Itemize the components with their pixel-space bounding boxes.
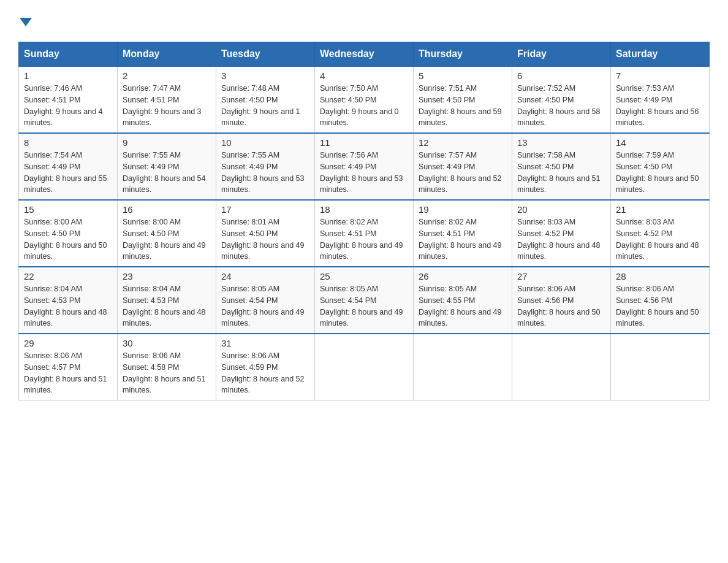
day-number: 16 <box>123 204 211 215</box>
calendar-cell: 8 Sunrise: 7:54 AM Sunset: 4:49 PM Dayli… <box>19 133 118 200</box>
calendar-cell: 14 Sunrise: 7:59 AM Sunset: 4:50 PM Dayl… <box>611 133 710 200</box>
day-number: 27 <box>517 271 605 282</box>
calendar-cell: 1 Sunrise: 7:46 AM Sunset: 4:51 PM Dayli… <box>19 66 118 133</box>
day-info: Sunrise: 8:06 AM Sunset: 4:59 PM Dayligh… <box>221 350 309 396</box>
day-info: Sunrise: 7:47 AM Sunset: 4:51 PM Dayligh… <box>123 83 211 129</box>
day-number: 9 <box>123 137 211 148</box>
calendar-cell: 12 Sunrise: 7:57 AM Sunset: 4:49 PM Dayl… <box>414 133 512 200</box>
calendar-cell: 16 Sunrise: 8:00 AM Sunset: 4:50 PM Dayl… <box>118 200 216 267</box>
calendar-cell: 27 Sunrise: 8:06 AM Sunset: 4:56 PM Dayl… <box>512 267 611 334</box>
day-number: 4 <box>320 71 408 81</box>
day-number: 12 <box>419 137 507 148</box>
day-number: 29 <box>24 338 112 348</box>
day-info: Sunrise: 8:04 AM Sunset: 4:53 PM Dayligh… <box>123 283 211 329</box>
logo-triangle-icon <box>20 18 32 26</box>
day-info: Sunrise: 8:03 AM Sunset: 4:52 PM Dayligh… <box>616 216 704 262</box>
day-info: Sunrise: 8:06 AM Sunset: 4:56 PM Dayligh… <box>616 283 704 329</box>
calendar-cell <box>512 334 611 400</box>
week-row-3: 15 Sunrise: 8:00 AM Sunset: 4:50 PM Dayl… <box>19 200 710 267</box>
day-number: 26 <box>419 271 507 282</box>
calendar-cell: 10 Sunrise: 7:55 AM Sunset: 4:49 PM Dayl… <box>216 133 315 200</box>
day-info: Sunrise: 7:55 AM Sunset: 4:49 PM Dayligh… <box>221 150 309 196</box>
day-info: Sunrise: 8:01 AM Sunset: 4:50 PM Dayligh… <box>221 216 309 262</box>
day-number: 3 <box>221 71 309 81</box>
col-saturday: Saturday <box>611 42 710 67</box>
calendar-header-row: Sunday Monday Tuesday Wednesday Thursday… <box>19 42 710 67</box>
week-row-2: 8 Sunrise: 7:54 AM Sunset: 4:49 PM Dayli… <box>19 133 710 200</box>
day-info: Sunrise: 7:57 AM Sunset: 4:49 PM Dayligh… <box>419 150 507 196</box>
day-info: Sunrise: 8:06 AM Sunset: 4:58 PM Dayligh… <box>123 350 211 396</box>
day-info: Sunrise: 7:56 AM Sunset: 4:49 PM Dayligh… <box>320 150 408 196</box>
calendar-cell: 3 Sunrise: 7:48 AM Sunset: 4:50 PM Dayli… <box>216 66 315 133</box>
day-info: Sunrise: 7:46 AM Sunset: 4:51 PM Dayligh… <box>24 83 112 129</box>
col-tuesday: Tuesday <box>216 42 315 67</box>
calendar-cell: 31 Sunrise: 8:06 AM Sunset: 4:59 PM Dayl… <box>216 334 315 400</box>
day-info: Sunrise: 7:50 AM Sunset: 4:50 PM Dayligh… <box>320 83 408 129</box>
day-info: Sunrise: 8:05 AM Sunset: 4:54 PM Dayligh… <box>221 283 309 329</box>
day-info: Sunrise: 7:48 AM Sunset: 4:50 PM Dayligh… <box>221 83 309 129</box>
day-number: 10 <box>221 137 309 148</box>
col-wednesday: Wednesday <box>315 42 414 67</box>
day-info: Sunrise: 7:52 AM Sunset: 4:50 PM Dayligh… <box>517 83 605 129</box>
day-number: 22 <box>24 271 112 282</box>
day-info: Sunrise: 7:54 AM Sunset: 4:49 PM Dayligh… <box>24 150 112 196</box>
day-number: 6 <box>517 71 605 81</box>
calendar-cell: 9 Sunrise: 7:55 AM Sunset: 4:49 PM Dayli… <box>118 133 216 200</box>
day-info: Sunrise: 8:06 AM Sunset: 4:57 PM Dayligh… <box>24 350 112 396</box>
week-row-4: 22 Sunrise: 8:04 AM Sunset: 4:53 PM Dayl… <box>19 267 710 334</box>
calendar-cell: 11 Sunrise: 7:56 AM Sunset: 4:49 PM Dayl… <box>315 133 414 200</box>
day-number: 8 <box>24 137 112 148</box>
day-number: 2 <box>123 71 211 81</box>
calendar-cell: 24 Sunrise: 8:05 AM Sunset: 4:54 PM Dayl… <box>216 267 315 334</box>
calendar-cell: 5 Sunrise: 7:51 AM Sunset: 4:50 PM Dayli… <box>414 66 512 133</box>
day-number: 5 <box>419 71 507 81</box>
calendar-cell <box>414 334 512 400</box>
calendar-cell: 29 Sunrise: 8:06 AM Sunset: 4:57 PM Dayl… <box>19 334 118 400</box>
calendar-cell: 7 Sunrise: 7:53 AM Sunset: 4:49 PM Dayli… <box>611 66 710 133</box>
day-number: 11 <box>320 137 408 148</box>
day-number: 19 <box>419 204 507 215</box>
day-info: Sunrise: 8:05 AM Sunset: 4:55 PM Dayligh… <box>419 283 507 329</box>
week-row-1: 1 Sunrise: 7:46 AM Sunset: 4:51 PM Dayli… <box>19 66 710 133</box>
week-row-5: 29 Sunrise: 8:06 AM Sunset: 4:57 PM Dayl… <box>19 334 710 400</box>
day-info: Sunrise: 7:55 AM Sunset: 4:49 PM Dayligh… <box>123 150 211 196</box>
day-number: 30 <box>123 338 211 348</box>
calendar-cell: 18 Sunrise: 8:02 AM Sunset: 4:51 PM Dayl… <box>315 200 414 267</box>
calendar-cell: 25 Sunrise: 8:05 AM Sunset: 4:54 PM Dayl… <box>315 267 414 334</box>
col-thursday: Thursday <box>414 42 512 67</box>
calendar-cell: 22 Sunrise: 8:04 AM Sunset: 4:53 PM Dayl… <box>19 267 118 334</box>
day-number: 20 <box>517 204 605 215</box>
day-info: Sunrise: 8:03 AM Sunset: 4:52 PM Dayligh… <box>517 216 605 262</box>
day-number: 13 <box>517 137 605 148</box>
logo-text <box>18 12 32 29</box>
col-sunday: Sunday <box>19 42 118 67</box>
calendar-cell: 13 Sunrise: 7:58 AM Sunset: 4:50 PM Dayl… <box>512 133 611 200</box>
calendar-cell: 28 Sunrise: 8:06 AM Sunset: 4:56 PM Dayl… <box>611 267 710 334</box>
day-info: Sunrise: 7:58 AM Sunset: 4:50 PM Dayligh… <box>517 150 605 196</box>
day-info: Sunrise: 8:00 AM Sunset: 4:50 PM Dayligh… <box>123 216 211 262</box>
page-header <box>18 12 710 29</box>
day-number: 17 <box>221 204 309 215</box>
day-number: 14 <box>616 137 704 148</box>
day-number: 15 <box>24 204 112 215</box>
day-number: 24 <box>221 271 309 282</box>
calendar-cell: 20 Sunrise: 8:03 AM Sunset: 4:52 PM Dayl… <box>512 200 611 267</box>
day-number: 25 <box>320 271 408 282</box>
day-info: Sunrise: 7:59 AM Sunset: 4:50 PM Dayligh… <box>616 150 704 196</box>
day-number: 31 <box>221 338 309 348</box>
calendar-cell: 6 Sunrise: 7:52 AM Sunset: 4:50 PM Dayli… <box>512 66 611 133</box>
col-friday: Friday <box>512 42 611 67</box>
col-monday: Monday <box>118 42 216 67</box>
day-info: Sunrise: 8:06 AM Sunset: 4:56 PM Dayligh… <box>517 283 605 329</box>
calendar-table: Sunday Monday Tuesday Wednesday Thursday… <box>18 42 710 400</box>
day-info: Sunrise: 8:05 AM Sunset: 4:54 PM Dayligh… <box>320 283 408 329</box>
calendar-cell: 15 Sunrise: 8:00 AM Sunset: 4:50 PM Dayl… <box>19 200 118 267</box>
logo <box>18 12 32 29</box>
day-number: 7 <box>616 71 704 81</box>
calendar-cell: 23 Sunrise: 8:04 AM Sunset: 4:53 PM Dayl… <box>118 267 216 334</box>
day-number: 18 <box>320 204 408 215</box>
calendar-cell: 21 Sunrise: 8:03 AM Sunset: 4:52 PM Dayl… <box>611 200 710 267</box>
calendar-cell: 2 Sunrise: 7:47 AM Sunset: 4:51 PM Dayli… <box>118 66 216 133</box>
calendar-cell <box>315 334 414 400</box>
day-info: Sunrise: 8:02 AM Sunset: 4:51 PM Dayligh… <box>419 216 507 262</box>
